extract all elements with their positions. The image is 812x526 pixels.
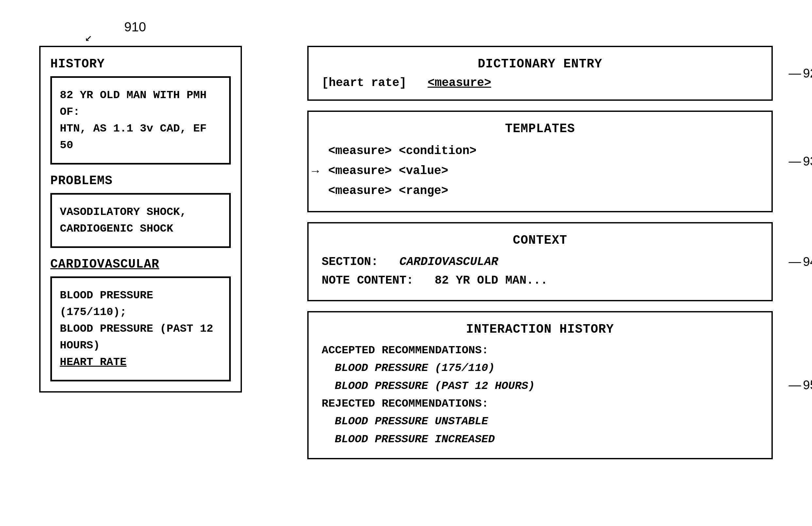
templates-box: TEMPLATES <measure> <condition> → <measu… xyxy=(307,111,773,212)
history-content: 82 YR OLD MAN WITH PMH OF:HTN, AS 1.1 3v… xyxy=(60,87,221,154)
ref-950-label: 950 xyxy=(803,378,812,392)
diagram-container: 910 ↙ HISTORY 82 YR OLD MAN WITH PMH OF:… xyxy=(0,0,812,526)
cardiovascular-inner-box: BLOOD PRESSURE (175/110); BLOOD PRESSURE… xyxy=(50,276,231,381)
ref-930-label: 930 xyxy=(803,154,812,169)
ref-920-label: 920 xyxy=(803,67,812,81)
rejected-label: REJECTED RECOMMENDATIONS: xyxy=(322,395,758,412)
interaction-history-content: ACCEPTED RECOMMENDATIONS: BLOOD PRESSURE… xyxy=(322,341,758,448)
right-panel: DICTIONARY ENTRY [heart rate] <measure> … xyxy=(307,46,773,459)
ref-920-group: — 920 xyxy=(789,67,812,81)
ref-910-arrow: ↙ xyxy=(85,30,92,44)
ref-930-group: — 930 xyxy=(789,154,812,169)
template-item-1: <measure> <condition> xyxy=(328,141,758,161)
accepted-label: ACCEPTED RECOMMENDATIONS: xyxy=(322,341,758,359)
context-box: CONTEXT SECTION: CARDIOVASCULAR NOTE CON… xyxy=(307,222,773,301)
rejected-item-2: BLOOD PRESSURE INCREASED xyxy=(335,430,758,448)
context-title: CONTEXT xyxy=(322,233,758,247)
cardiovascular-content: BLOOD PRESSURE (175/110); BLOOD PRESSURE… xyxy=(60,287,221,371)
ref-940-dash: — xyxy=(789,255,801,269)
ref-940-group: — 940 xyxy=(789,255,812,269)
interaction-history-title: INTERACTION HISTORY xyxy=(322,322,758,336)
ref-930-dash: — xyxy=(789,154,801,169)
rejected-item-1: BLOOD PRESSURE UNSTABLE xyxy=(335,412,758,430)
history-inner-box: 82 YR OLD MAN WITH PMH OF:HTN, AS 1.1 3v… xyxy=(50,76,231,165)
ref-950-dash: — xyxy=(789,378,801,392)
dictionary-entry-box: DICTIONARY ENTRY [heart rate] <measure> … xyxy=(307,46,773,101)
problems-content: VASODILATORY SHOCK,CARDIOGENIC SHOCK xyxy=(60,204,221,237)
dictionary-entry-content: [heart rate] <measure> xyxy=(322,76,758,90)
templates-title: TEMPLATES xyxy=(322,122,758,136)
ref-910-label: 910 xyxy=(124,20,146,34)
context-content: SECTION: CARDIOVASCULAR NOTE CONTENT: 82… xyxy=(322,253,758,290)
context-section-line: SECTION: CARDIOVASCULAR xyxy=(322,253,758,271)
history-label: HISTORY xyxy=(50,57,231,71)
cardiovascular-label: CARDIOVASCULAR xyxy=(50,257,231,271)
interaction-history-box: INTERACTION HISTORY ACCEPTED RECOMMENDAT… xyxy=(307,311,773,459)
ref-950-group: — 950 xyxy=(789,378,812,392)
ref-940-label: 940 xyxy=(803,255,812,269)
templates-content: <measure> <condition> → <measure> <value… xyxy=(322,141,758,201)
accepted-item-1: BLOOD PRESSURE (175/110) xyxy=(335,359,758,377)
arrow-indicator: → xyxy=(312,161,319,182)
problems-inner-box: VASODILATORY SHOCK,CARDIOGENIC SHOCK xyxy=(50,193,231,248)
template-item-2: → <measure> <value> xyxy=(328,161,758,181)
ref-920-dash: — xyxy=(789,67,801,81)
outer-box: HISTORY 82 YR OLD MAN WITH PMH OF:HTN, A… xyxy=(39,46,242,393)
context-note-line: NOTE CONTENT: 82 YR OLD MAN... xyxy=(322,271,758,290)
left-panel: 910 ↙ HISTORY 82 YR OLD MAN WITH PMH OF:… xyxy=(39,46,242,393)
problems-label: PROBLEMS xyxy=(50,174,231,188)
template-item-3: <measure> <range> xyxy=(328,181,758,201)
dictionary-entry-title: DICTIONARY ENTRY xyxy=(322,57,758,71)
accepted-item-2: BLOOD PRESSURE (PAST 12 HOURS) xyxy=(335,377,758,395)
